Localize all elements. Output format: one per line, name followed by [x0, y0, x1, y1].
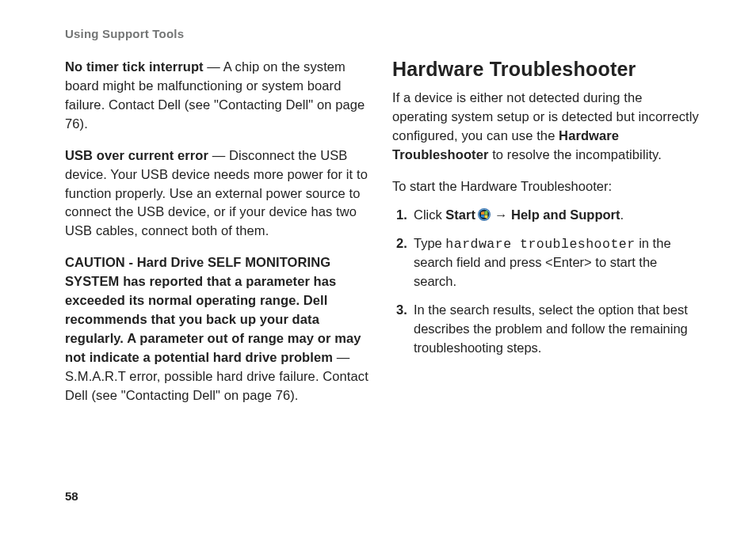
- step-text: Click: [414, 207, 445, 222]
- help-and-support-label: Help and Support: [511, 207, 620, 222]
- step-text: Type: [414, 236, 445, 250]
- right-column: Hardware Troubleshooter If a device is e…: [392, 58, 701, 418]
- intro-text-pre: If a device is either not detected durin…: [392, 90, 699, 143]
- error-no-timer-tick: No timer tick interrupt — A chip on the …: [65, 58, 373, 134]
- step-2: Type hardware troubleshooter in the sear…: [396, 234, 701, 292]
- troubleshooter-intro: If a device is either not detected durin…: [392, 89, 701, 165]
- start-label: Start: [445, 207, 475, 222]
- step-3: In the search results, select the option…: [396, 301, 701, 358]
- page-number: 58: [65, 489, 78, 503]
- step-text: In the search results, select the option…: [414, 302, 688, 355]
- error-usb-overcurrent: USB over current error — Disconnect the …: [65, 146, 373, 241]
- left-column: No timer tick interrupt — A chip on the …: [65, 58, 373, 418]
- intro-text-post: to resolve the incompatibility.: [489, 147, 662, 162]
- command-text: hardware troubleshooter: [445, 237, 635, 252]
- step-text: .: [620, 207, 624, 222]
- troubleshooter-steps: Click Start → Help and Support. Type har…: [392, 206, 701, 358]
- manual-page: Using Support Tools No timer tick interr…: [0, 0, 756, 418]
- two-column-layout: No timer tick interrupt — A chip on the …: [65, 58, 701, 418]
- hardware-troubleshooter-heading: Hardware Troubleshooter: [392, 58, 701, 81]
- error-smart-caution: CAUTION - Hard Drive SELF MONITORING SYS…: [65, 253, 373, 405]
- arrow: →: [494, 207, 508, 222]
- section-header: Using Support Tools: [65, 27, 701, 40]
- error-caution-bold: CAUTION - Hard Drive SELF MONITORING SYS…: [65, 255, 361, 364]
- step-1: Click Start → Help and Support.: [396, 206, 701, 225]
- troubleshooter-lead: To start the Hardware Troubleshooter:: [392, 177, 701, 196]
- error-label: USB over current error: [65, 148, 208, 162]
- windows-start-icon: [478, 207, 491, 220]
- error-label: No timer tick interrupt: [65, 59, 204, 74]
